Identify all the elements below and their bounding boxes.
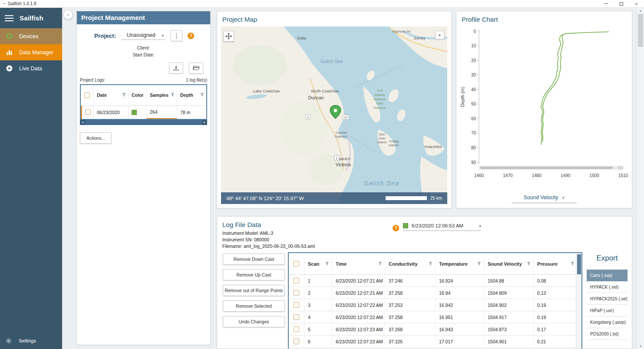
undo-changes-button[interactable]: Undo Changes <box>223 316 285 327</box>
map-label: Victoria <box>336 162 351 167</box>
project-menu-button[interactable]: ⋮ <box>171 30 182 41</box>
scroll-right-arrow[interactable]: ▸ <box>202 120 207 125</box>
map-label: Highway 99 <box>392 30 410 33</box>
column-header-temperature[interactable]: Temperature <box>436 253 484 274</box>
project-dropdown[interactable]: Unassigned ▾ <box>121 31 165 40</box>
power-icon <box>5 32 13 40</box>
horizontal-scrollbar[interactable]: ◂ ▸ <box>80 120 207 125</box>
export-format-item[interactable]: PDS2000 (.txt) <box>587 328 627 340</box>
row-checkbox[interactable] <box>294 314 299 320</box>
sidebar-item-settings[interactable]: Settings <box>0 335 36 346</box>
map-label: Delta <box>297 36 306 40</box>
export-format-item[interactable]: HiPaP (.usr) <box>587 305 627 316</box>
filter-icon[interactable] <box>200 93 204 97</box>
close-button[interactable]: × <box>629 0 644 7</box>
collapse-panel-button[interactable]: ‹ <box>63 10 73 20</box>
map-layers-dropdown[interactable]: ▾ <box>435 31 444 40</box>
road-shield: 17 <box>343 115 349 120</box>
chart-variable-dropdown[interactable]: Sound Velocity ▾ <box>512 194 577 203</box>
column-header-time[interactable]: Time <box>332 253 385 274</box>
sidebar-item-live-data[interactable]: Live Data <box>0 60 62 76</box>
column-header-color[interactable]: Color <box>129 85 147 105</box>
minimize-button[interactable] <box>598 0 614 7</box>
filter-icon[interactable] <box>171 93 175 97</box>
actions-button[interactable]: Actions... <box>80 132 112 144</box>
column-header-scan[interactable]: Scan <box>304 253 332 274</box>
column-header-conductivity[interactable]: Conductivity <box>385 253 436 274</box>
table-row[interactable]: 36/23/2020 12:07:22 AM37.25316.9421504.9… <box>289 299 576 311</box>
map-label: San <box>379 132 385 136</box>
scroll-up-arrow[interactable]: ▲ <box>637 9 644 12</box>
export-format-item[interactable]: HYPACK2015 (.vel) <box>587 293 627 305</box>
remove-up-cast-button[interactable]: Remove Up Cast <box>223 269 285 280</box>
map-canvas[interactable]: Salish SeaDeltaHighway 99SurreyLake Cowi… <box>221 26 447 204</box>
scrollbar-thumb[interactable] <box>577 254 581 274</box>
project-dropdown-value: Unassigned <box>123 32 159 38</box>
map-label: Central <box>336 131 347 135</box>
chart-scrollbar-thumb[interactable] <box>480 167 613 169</box>
filter-icon[interactable] <box>325 262 329 266</box>
map-pan-button[interactable] <box>223 31 234 42</box>
filter-icon[interactable] <box>527 262 531 266</box>
profile-chart[interactable]: 0102030405060708090146014701480149015001… <box>458 28 631 181</box>
table-row[interactable]: 26/23/2020 12:07:21 AM37.25816.941504.80… <box>289 287 576 299</box>
scroll-left-arrow[interactable]: ◂ <box>80 120 85 125</box>
cell: 1504.809 <box>484 287 534 299</box>
row-checkbox[interactable] <box>294 278 299 283</box>
import-log-button[interactable] <box>169 63 183 74</box>
map-label: Islands <box>374 93 385 97</box>
filter-icon[interactable] <box>571 262 575 266</box>
project-management-panel: Project Management Project: Unassigned ▾… <box>76 11 211 345</box>
cell: 1504.917 <box>484 311 534 323</box>
export-format-item[interactable]: HYPACK (.vel) <box>587 281 627 293</box>
cell: 6 <box>304 336 332 347</box>
table-row[interactable]: 16/23/2020 12:07:21 AM37.24616.9241504.8… <box>289 275 576 287</box>
sidebar-item-data-manager[interactable]: Data Manager <box>0 44 62 60</box>
column-header-depth[interactable]: Depth <box>177 85 206 105</box>
filter-icon[interactable] <box>429 262 433 266</box>
export-format-item[interactable]: Kongsberg (.asvp) <box>587 316 627 328</box>
help-icon[interactable]: ? <box>393 225 399 231</box>
remove-selected-button[interactable]: Remove Selected <box>223 300 285 312</box>
table-row[interactable]: 56/23/2020 12:07:23 AM37.26816.9431504.8… <box>289 323 576 336</box>
maximize-button[interactable] <box>614 0 629 7</box>
remove-out-of-range-points-button[interactable]: Remove out of Range Points <box>223 285 285 296</box>
help-icon[interactable]: ? <box>188 33 194 39</box>
table-row[interactable]: 06/23/2020 264 78 m <box>81 106 206 119</box>
select-all-checkbox[interactable] <box>84 92 90 98</box>
table-vertical-scrollbar[interactable] <box>576 253 581 349</box>
cell-color <box>129 106 147 119</box>
row-checkbox[interactable] <box>85 109 91 115</box>
svg-text:50: 50 <box>471 102 476 106</box>
row-checkbox[interactable] <box>294 290 299 296</box>
hamburger-menu-icon[interactable] <box>5 15 13 21</box>
column-header-samples[interactable]: Samples <box>147 85 177 105</box>
column-header-pressure[interactable]: Pressure <box>534 253 578 274</box>
map-scale-label: 25 km <box>430 196 442 201</box>
export-format-item[interactable]: Caris (.svp) <box>587 270 627 281</box>
row-checkbox[interactable] <box>294 302 299 308</box>
column-header-sound-velocity[interactable]: Sound Velocity <box>484 253 534 274</box>
select-all-checkbox[interactable] <box>294 261 299 267</box>
map-info-bar: 48° 44' 47.08" N 124° 20' 15.97" W 25 km <box>221 192 447 204</box>
filter-icon[interactable] <box>378 262 382 266</box>
map-area[interactable]: Salish SeaDeltaHighway 99SurreyLake Cowi… <box>221 26 447 204</box>
table-row[interactable]: 46/23/2020 12:07:22 AM37.25816.9511504.9… <box>289 311 576 323</box>
table-row[interactable]: 66/23/2020 12:07:23 AM37.32517.0171504.9… <box>289 336 576 348</box>
window-scrollbar[interactable]: ▲ ▼ <box>637 8 644 349</box>
filter-icon[interactable] <box>477 262 481 266</box>
filter-icon[interactable] <box>122 93 126 97</box>
remove-down-cast-button[interactable]: Remove Down Cast <box>223 254 285 265</box>
log-file-dropdown[interactable]: 6/23/2020 12:06:53 AM ▾ <box>403 223 481 231</box>
cell: 17.017 <box>436 336 484 347</box>
cell: 6/23/2020 12:07:23 AM <box>332 323 385 335</box>
column-header-date[interactable]: Date <box>94 85 129 105</box>
row-checkbox[interactable] <box>294 326 299 332</box>
scroll-down-arrow[interactable]: ▼ <box>637 345 644 348</box>
log-color-swatch[interactable] <box>132 110 137 115</box>
scrollbar-thumb[interactable] <box>638 14 643 47</box>
filename: Filename: aml_log_2020-06-23_00-06-53.am… <box>222 243 627 250</box>
sidebar-item-devices[interactable]: Devices <box>0 28 62 44</box>
row-checkbox[interactable] <box>294 339 299 344</box>
open-folder-button[interactable] <box>189 63 203 74</box>
